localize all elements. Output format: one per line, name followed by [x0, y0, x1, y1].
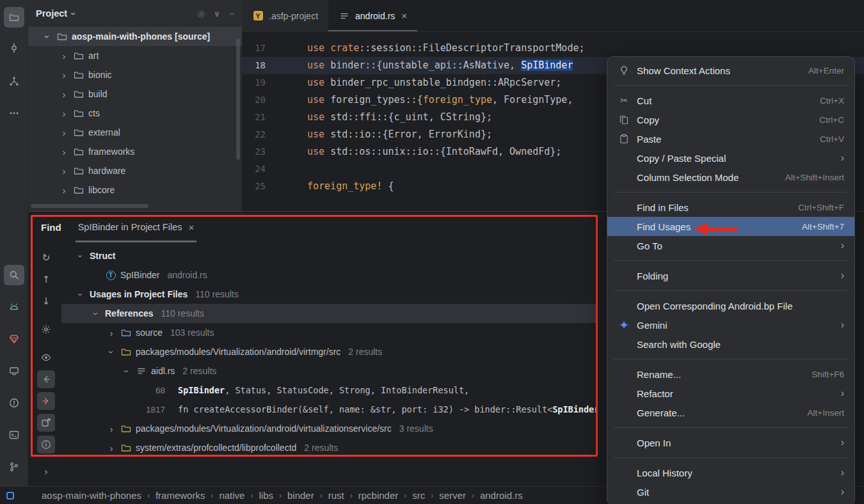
find-result-row[interactable]: ›source103 results	[61, 323, 598, 342]
project-folder-row-hardware[interactable]: ›hardware	[28, 161, 242, 180]
menu-item-refactor[interactable]: Refactor›	[607, 384, 854, 403]
commit-icon	[8, 42, 20, 54]
device-manager-button[interactable]	[4, 297, 24, 317]
rust-file-icon	[136, 365, 147, 377]
find-result-row[interactable]: ›packages/modules/Virtualization/android…	[61, 419, 598, 438]
project-folder-row-libcore[interactable]: ›libcore	[28, 180, 242, 200]
menu-item-find-in-files[interactable]: Find in FilesCtrl+Shift+F	[607, 198, 854, 217]
editor-tab-asfp-project[interactable]: Y.asfp-project	[242, 0, 328, 31]
running-devices-button[interactable]	[4, 361, 24, 381]
breadcrumb-item-rust[interactable]: rust	[328, 490, 344, 501]
open-in-new-tab-button[interactable]	[37, 414, 55, 432]
find-results-tab[interactable]: SpIBinder in Project Files ×	[76, 212, 197, 242]
breadcrumb-item-server[interactable]: server	[439, 490, 466, 501]
more-tools-button[interactable]	[4, 103, 24, 123]
project-folder-row-bionic[interactable]: ›bionic	[28, 65, 242, 84]
project-tool-button[interactable]	[4, 7, 24, 28]
code-text: foreign_type! {	[303, 178, 394, 195]
menu-item-copy-paste-special[interactable]: Copy / Paste Special›	[607, 148, 854, 168]
locate-file-button[interactable]: ◎	[198, 9, 205, 19]
hide-pan el-button[interactable]: −	[229, 9, 234, 19]
close-icon[interactable]: ×	[188, 222, 194, 233]
find-result-row[interactable]: 1817fn createAccessorBinder(&self, name:…	[61, 400, 598, 419]
menu-item-paste[interactable]: PasteCtrl+V	[607, 129, 854, 148]
search-settings-button[interactable]	[37, 320, 55, 338]
project-panel-actions: ◎∨−	[198, 9, 235, 19]
menu-item-gemini[interactable]: Gemini›	[607, 315, 854, 335]
menu-item-show-context-actions[interactable]: Show Context ActionsAlt+Enter	[607, 61, 854, 80]
menu-item-go-to[interactable]: Go To›	[607, 236, 854, 255]
menu-item-find-usages[interactable]: Find UsagesAlt+Shift+7	[607, 217, 854, 236]
project-folder-row-frameworks[interactable]: ›frameworks	[28, 142, 242, 161]
rerun-search-button[interactable]: ↻	[37, 249, 55, 267]
menu-item-generate[interactable]: Generate...Alt+Insert	[607, 403, 854, 422]
app-insights-button[interactable]	[4, 329, 24, 349]
menu-item-label: Open In	[637, 437, 835, 448]
expand-panel-button[interactable]: ›	[37, 463, 55, 481]
chevron-down-icon: ›	[76, 289, 86, 299]
project-folder-row-art[interactable]: ›art	[28, 46, 242, 65]
menu-item-cut[interactable]: ✂CutCtrl+X	[607, 91, 854, 110]
android-icon	[8, 301, 20, 313]
code-text: use foreign_types::{foreign_type, Foreig…	[303, 91, 573, 109]
breadcrumb-item-libs[interactable]: libs	[259, 490, 273, 501]
previous-occurrence-button[interactable]: ↑	[37, 271, 55, 288]
find-result-row[interactable]: ›system/extras/profcollectd/libprofcolle…	[61, 438, 598, 457]
find-result-row[interactable]: ›Usages in Project Files110 results	[61, 285, 598, 304]
result-count: 2 results	[304, 443, 338, 453]
result-label: References	[105, 308, 154, 319]
breadcrumb-item-rpcbinder[interactable]: rpcbinder	[358, 490, 399, 501]
module-icon	[120, 327, 132, 338]
close-icon[interactable]: ×	[401, 10, 407, 21]
next-occurrence-button[interactable]: ↓	[37, 292, 55, 310]
menu-item-local-history[interactable]: Local History›	[607, 463, 854, 482]
project-status-icon[interactable]	[6, 492, 14, 500]
chevron-down-icon: ›	[68, 8, 79, 19]
breadcrumb-item-android-rs[interactable]: android.rs	[480, 490, 523, 501]
find-result-row[interactable]: 68SpIBinder, Status, StatusCode, Strong,…	[61, 381, 598, 400]
find-tool-button[interactable]	[4, 265, 24, 285]
project-folder-row-cts[interactable]: ›cts	[28, 104, 242, 123]
find-result-row[interactable]: TSpIBinderandroid.rs	[61, 265, 598, 285]
preview-usages-button[interactable]	[37, 349, 55, 366]
find-result-row[interactable]: ›References110 results	[61, 304, 598, 323]
navigate-with-single-click-button[interactable]	[37, 370, 55, 388]
menu-item-label: Git	[637, 487, 835, 498]
breadcrumb-item-src[interactable]: src	[412, 490, 425, 501]
breadcrumb-item-native[interactable]: native	[219, 490, 244, 501]
code-text: use std::io::{Error, ErrorKind};	[303, 126, 492, 143]
menu-item-icon-slot	[618, 133, 630, 145]
breadcrumb-separator-icon: ›	[472, 491, 474, 500]
menu-item-folding[interactable]: Folding›	[607, 266, 854, 285]
breadcrumb-item-frameworks[interactable]: frameworks	[156, 490, 205, 501]
menu-item-rename[interactable]: Rename...Shift+F6	[607, 365, 854, 384]
terminal-button[interactable]	[4, 425, 24, 445]
project-folder-label: build	[88, 89, 108, 99]
menu-item-open-in[interactable]: Open In›	[607, 433, 854, 452]
editor-tab-android-rs[interactable]: android.rs×	[328, 0, 417, 31]
project-panel-header[interactable]: Project › ◎∨−	[28, 0, 242, 27]
help-button[interactable]	[37, 436, 55, 453]
project-folder-row-build[interactable]: ›build	[28, 84, 242, 104]
problems-button[interactable]	[4, 393, 24, 413]
menu-item-open-corresponding-android-bp-file[interactable]: Open Corresponding Android.bp File	[607, 296, 854, 315]
menu-item-git[interactable]: Git›	[607, 482, 854, 501]
structure-tool-button[interactable]	[4, 71, 24, 91]
project-folder-row-external[interactable]: ›external	[28, 123, 242, 142]
breadcrumb-item-aosp-main-with-phones[interactable]: aosp-main-with-phones	[42, 490, 141, 501]
menu-item-column-selection-mode[interactable]: Column Selection ModeAlt+Shift+Insert	[607, 168, 854, 187]
find-result-row[interactable]: ›packages/modules/Virtualization/android…	[61, 342, 598, 361]
project-scrollbar-vertical[interactable]	[236, 38, 240, 160]
collapse-all-button[interactable]: ∨	[214, 9, 221, 19]
autoscroll-to-source-button[interactable]	[37, 392, 55, 410]
project-scrollbar-horizontal[interactable]	[31, 204, 148, 208]
menu-item-label: Find Usages	[637, 221, 802, 232]
find-result-row[interactable]: ›aidl.rs2 results	[61, 361, 598, 381]
project-root-row[interactable]: ›aosp-main-with-phones [source]	[28, 27, 242, 46]
find-result-row[interactable]: ›Struct	[61, 246, 598, 265]
breadcrumb-item-binder[interactable]: binder	[287, 490, 314, 501]
commit-tool-button[interactable]	[4, 38, 24, 58]
menu-item-search-with-google[interactable]: Search with Google	[607, 335, 854, 354]
version-control-button[interactable]	[4, 457, 24, 477]
menu-item-copy[interactable]: CopyCtrl+C	[607, 110, 854, 129]
